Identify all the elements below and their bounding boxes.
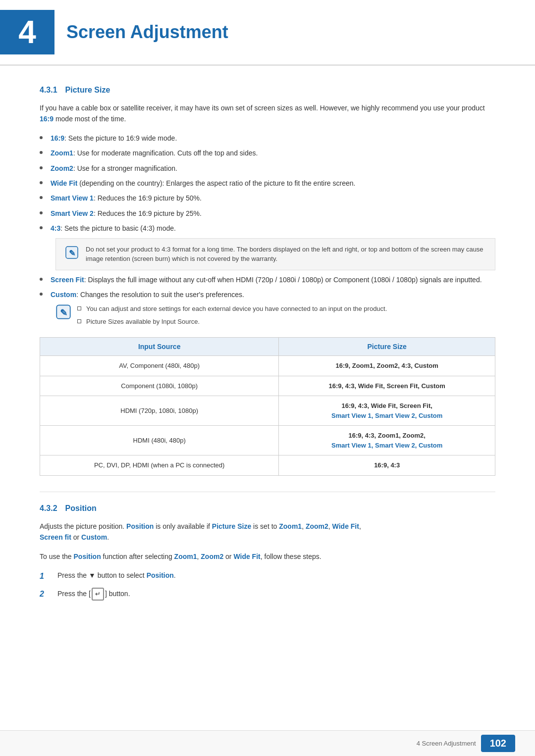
page-header: 4 Screen Adjustment [0, 0, 535, 66]
enter-button-icon: ↵ [92, 588, 104, 601]
table-cell-sizes: 16:9, 4:3, Zoom1, Zoom2,Smart View 1, Sm… [279, 426, 495, 455]
table-cell-sizes: 16:9, Zoom1, Zoom2, 4:3, Custom [279, 356, 495, 376]
svg-text:✎: ✎ [69, 249, 75, 257]
table-cell-sizes: 16:9, 4:3, Wide Fit, Screen Fit,Smart Vi… [279, 396, 495, 426]
table-row: PC, DVI, DP, HDMI (when a PC is connecte… [40, 455, 495, 476]
section-431-title: Picture Size [65, 86, 110, 95]
note-43: ✎ Do not set your product to 4:3 format … [55, 238, 495, 270]
section-431-heading: 4.3.1 Picture Size [40, 86, 495, 95]
square-bullet [77, 319, 81, 323]
steps-list: 1 Press the ▼ button to select Position.… [40, 570, 495, 601]
table-cell-source: HDMI (480i, 480p) [40, 426, 279, 455]
table-cell-source: Component (1080i, 1080p) [40, 376, 279, 396]
table-row: HDMI (480i, 480p) 16:9, 4:3, Zoom1, Zoom… [40, 426, 495, 455]
step-num-1: 1 [40, 570, 50, 583]
section-431-intro: If you have a cable box or satellite rec… [40, 102, 495, 125]
bullet-169: 16:9: Sets the picture to 16:9 wide mode… [40, 133, 495, 144]
table-cell-sizes: 16:9, 4:3 [279, 455, 495, 476]
bullet-dot [40, 226, 43, 229]
bullet-dot [40, 151, 43, 154]
table-header-size: Picture Size [279, 338, 495, 356]
section-432-intro: Adjusts the picture position. Position i… [40, 521, 495, 543]
bullet-dot [40, 181, 43, 184]
table-row: HDMI (720p, 1080i, 1080p) 16:9, 4:3, Wid… [40, 396, 495, 426]
bullet-screenfit: Screen Fit: Displays the full image with… [40, 274, 495, 285]
sub-note-items: You can adjust and store settings for ea… [77, 304, 387, 329]
section-431-number: 4.3.1 [40, 86, 57, 95]
bullet-43: 4:3: Sets the picture to basic (4:3) mod… [40, 223, 495, 234]
bullet-dot [40, 293, 43, 296]
square-bullet [77, 306, 81, 310]
page-footer: 4 Screen Adjustment 102 [0, 730, 535, 756]
svg-text:✎: ✎ [60, 307, 67, 318]
table-row: Component (1080i, 1080p) 16:9, 4:3, Wide… [40, 376, 495, 396]
note-icon: ✎ [64, 245, 80, 260]
bullet-smartview2: Smart View 2: Reduces the 16:9 picture b… [40, 208, 495, 219]
bullet-smartview1: Smart View 1: Reduces the 16:9 picture b… [40, 193, 495, 203]
picture-size-bullets-2: Screen Fit: Displays the full image with… [40, 274, 495, 301]
bullet-dot [40, 136, 43, 139]
bullet-custom: Custom: Changes the resolution to suit t… [40, 289, 495, 300]
table-cell-source: AV, Component (480i, 480p) [40, 356, 279, 376]
table-cell-source: PC, DVI, DP, HDMI (when a PC is connecte… [40, 455, 279, 476]
bullet-dot [40, 278, 43, 281]
step-num-2: 2 [40, 588, 50, 601]
table-cell-source: HDMI (720p, 1080i, 1080p) [40, 396, 279, 426]
sub-note-icon: ✎ [55, 304, 71, 320]
picture-size-bullets: 16:9: Sets the picture to 16:9 wide mode… [40, 133, 495, 234]
bullet-dot [40, 196, 43, 199]
intro-bold-169: 16:9 [40, 115, 54, 123]
sub-note-box: ✎ You can adjust and store settings for … [55, 304, 495, 329]
sub-note-item-2: Picture Sizes available by Input Source. [77, 317, 387, 327]
table-row: AV, Component (480i, 480p) 16:9, Zoom1, … [40, 356, 495, 376]
page-title: Screen Adjustment [66, 22, 228, 43]
section-separator [40, 492, 495, 492]
section-432-number: 4.3.2 [40, 504, 57, 513]
content-area: 4.3.1 Picture Size If you have a cable b… [0, 86, 535, 635]
bullet-widefit: Wide Fit (depending on the country): Enl… [40, 178, 495, 189]
step-2: 2 Press the [↵] button. [40, 588, 495, 601]
footer-page-number: 102 [481, 735, 515, 752]
table-cell-sizes: 16:9, 4:3, Wide Fit, Screen Fit, Custom [279, 376, 495, 396]
picture-size-table: Input Source Picture Size AV, Component … [40, 337, 495, 476]
step-1: 1 Press the ▼ button to select Position. [40, 570, 495, 583]
sub-note-item-1: You can adjust and store settings for ea… [77, 304, 387, 314]
bullet-dot [40, 211, 43, 214]
table-header-source: Input Source [40, 338, 279, 356]
section-432-title: Position [65, 504, 97, 513]
bullet-dot [40, 166, 43, 169]
bullet-zoom2: Zoom2: Use for a stronger magnification. [40, 163, 495, 174]
footer-text: 4 Screen Adjustment [417, 740, 476, 747]
bullet-zoom1: Zoom1: Use for moderate magnification. C… [40, 148, 495, 158]
note-43-text: Do not set your product to 4:3 format fo… [86, 245, 487, 264]
chapter-number: 4 [0, 10, 54, 54]
section-432-heading: 4.3.2 Position [40, 504, 495, 513]
steps-intro-text: To use the Position function after selec… [40, 551, 495, 562]
